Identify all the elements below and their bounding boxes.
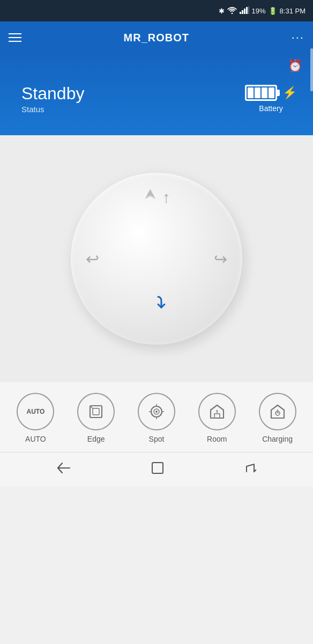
status-section: Standby Status (21, 84, 84, 114)
charging-icon (268, 402, 287, 421)
mode-spot-circle[interactable] (138, 393, 175, 430)
mode-spot-label: Spot (149, 435, 165, 443)
more-options-button[interactable]: ··· (292, 31, 304, 45)
svg-rect-1 (240, 12, 241, 14)
battery-bar-4 (269, 87, 274, 98)
battery-label: Battery (259, 104, 282, 113)
mode-auto-circle[interactable]: AUTO (17, 393, 54, 430)
battery-icon-wrap: ⚡ (245, 85, 297, 101)
svg-line-20 (278, 412, 279, 413)
scroll-indicator (310, 21, 313, 204)
status-panel: ⏰ Standby Status ⚡ Battery (0, 54, 313, 135)
alarm-icon[interactable]: ⏰ (288, 59, 302, 73)
svg-rect-21 (152, 463, 163, 473)
up-arrow-button[interactable]: ↑ (143, 188, 170, 207)
time-display: 8:31 PM (280, 7, 305, 15)
svg-point-15 (155, 411, 158, 413)
recents-nav-button[interactable] (244, 462, 256, 477)
svg-rect-5 (248, 6, 249, 14)
mode-charging-circle[interactable] (259, 393, 296, 430)
control-area: ↑ ↩ ↪ (0, 135, 313, 382)
left-arrow-button[interactable]: ↩ (86, 250, 99, 268)
mode-auto[interactable]: AUTO AUTO (17, 393, 54, 443)
svg-rect-3 (244, 9, 245, 14)
status-value: Standby (21, 84, 84, 104)
svg-rect-2 (242, 10, 243, 14)
mode-edge-circle[interactable] (77, 393, 115, 430)
battery-bar-1 (248, 87, 254, 98)
mode-room[interactable]: $ Room (198, 393, 236, 443)
mode-auto-label: AUTO (25, 435, 46, 443)
svg-text:$: $ (216, 409, 218, 414)
battery-bar-3 (262, 87, 267, 98)
charging-lightning-icon: ⚡ (282, 86, 297, 100)
directional-pad[interactable]: ↑ ↩ ↪ (71, 173, 242, 345)
mode-edge[interactable]: Edge (77, 393, 115, 443)
battery-bar-2 (255, 87, 260, 98)
signal-icon (240, 6, 249, 16)
mode-edge-label: Edge (87, 435, 105, 443)
status-label: Status (21, 105, 84, 114)
battery-percent: 19% (252, 7, 266, 15)
bluetooth-icon: ✱ (219, 7, 225, 15)
mode-room-circle[interactable]: $ (198, 393, 236, 430)
scroll-thumb (310, 48, 313, 91)
svg-point-0 (231, 12, 233, 14)
spot-icon (147, 402, 166, 421)
back-nav-button[interactable] (57, 462, 71, 477)
right-arrow-button[interactable]: ↪ (214, 250, 227, 268)
status-bar-icons: ✱ 19% 🔋 8:31 PM (219, 6, 305, 16)
wifi-icon (227, 6, 237, 16)
mode-charging[interactable]: Charging (259, 393, 296, 443)
mode-bar: AUTO AUTO Edge Spot (0, 382, 313, 452)
svg-rect-4 (246, 7, 248, 14)
battery-icon: 🔋 (269, 7, 277, 15)
battery-body (245, 85, 277, 101)
mode-room-label: Room (207, 435, 227, 443)
app-header: MR_ROBOT ··· (0, 21, 313, 54)
mode-charging-label: Charging (262, 435, 293, 443)
return-button[interactable] (146, 292, 167, 318)
room-icon: $ (207, 402, 227, 421)
svg-rect-7 (93, 408, 99, 415)
mode-spot[interactable]: Spot (138, 393, 175, 443)
bottom-nav (0, 452, 313, 486)
app-title: MR_ROBOT (124, 32, 189, 44)
edge-icon (86, 402, 106, 421)
menu-button[interactable] (9, 33, 21, 42)
home-nav-button[interactable] (152, 462, 163, 477)
battery-section: ⚡ Battery (245, 85, 297, 113)
svg-point-17 (275, 411, 280, 415)
mode-auto-icon: AUTO (27, 408, 45, 415)
status-bar: ✱ 19% 🔋 8:31 PM (0, 0, 313, 21)
